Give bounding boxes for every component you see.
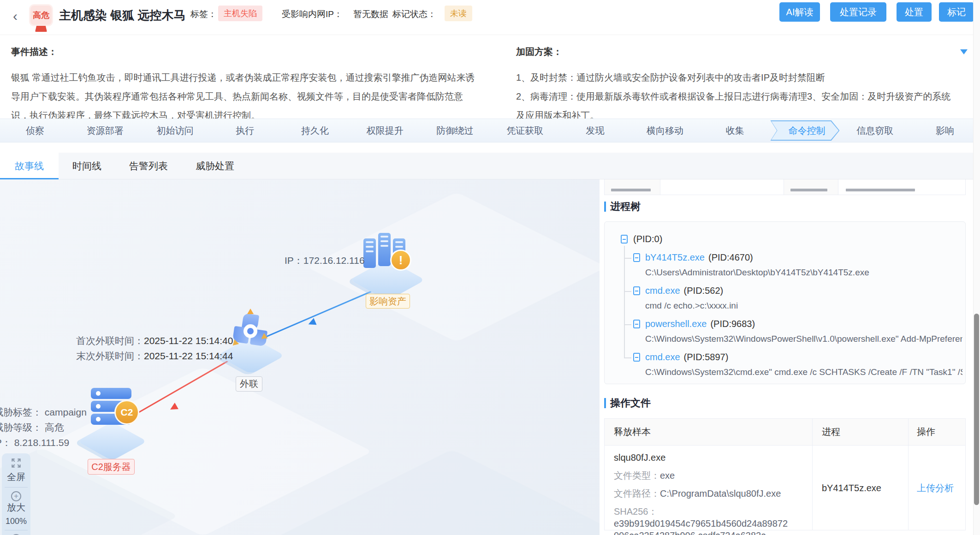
stage-execution[interactable]: 执行 xyxy=(210,125,280,137)
scrollbar-thumb[interactable] xyxy=(974,314,979,505)
hardening-plan-line: 1、及时封禁：通过防火墙或安全防护设备对列表中的攻击者IP及时封禁阻断 xyxy=(516,68,959,87)
event-description-section: 事件描述： 银狐 常通过社工钓鱼攻击，即时通讯工具进行投递，或者伪装成正常程序安… xyxy=(0,36,980,117)
stage-lateral[interactable]: 横向移动 xyxy=(630,125,700,137)
server-icon xyxy=(91,388,131,399)
stage-persistence[interactable]: 持久化 xyxy=(280,125,350,137)
collapse-icon[interactable] xyxy=(960,49,968,54)
stage-discovery[interactable]: 发现 xyxy=(560,125,630,137)
c2-coin-icon: C2 xyxy=(114,400,139,425)
process-tree-panel: (PID:0) bY414T5z.exe(PID:4670) C:\Users\… xyxy=(604,221,966,384)
severity-stamp: 高危 xyxy=(30,6,52,25)
process-tree-title: 进程树 xyxy=(604,200,641,214)
upload-analyze-link[interactable]: 上传分析 xyxy=(917,482,954,494)
stage-collection[interactable]: 收集 xyxy=(700,125,770,137)
sha256: SHA256：e39b919d019454c79651b4560d24a8987… xyxy=(614,505,803,535)
outbound-node-label[interactable]: 外联 xyxy=(236,376,262,392)
process-cmdline: C:\Windows\System32\WindowsPowerShell\v1… xyxy=(645,334,962,344)
graph-controls: 全屏 + 放大 100% − xyxy=(2,453,30,535)
sample-name: slqu80fJ.exe xyxy=(614,452,803,464)
event-description-title: 事件描述： xyxy=(11,46,477,58)
severity-stamp-tail-icon xyxy=(35,26,47,32)
event-description-body: 银狐 常通过社工钓鱼攻击，即时通讯工具进行投递，或者伪装成正常程序安装包，通过搜… xyxy=(11,68,477,125)
ai-analyze-button[interactable]: AI解读 xyxy=(779,2,820,22)
row-process: bY414T5z.exe xyxy=(812,446,908,530)
stage-initial-access[interactable]: 初始访问 xyxy=(140,125,210,137)
stage-resource[interactable]: 资源部署 xyxy=(70,125,140,137)
pinwheel-icon xyxy=(233,314,267,348)
attack-graph-canvas[interactable]: ! 影响资产 IP：172.16.12.116 外联 首次外联时间：2025-1… xyxy=(0,179,600,535)
stage-command-control-active[interactable]: 命令控制 xyxy=(770,120,839,141)
tab-storyline[interactable]: 故事线 xyxy=(0,153,59,179)
threat-level-text: 威胁等级： 高危 xyxy=(0,421,64,434)
mark-status-badge: 未读 xyxy=(445,6,472,21)
arrowhead-blue-icon xyxy=(307,318,316,327)
operation-files-table: 释放样本 进程 操作 slqu80fJ.exe 文件类型：exe 文件路径：C:… xyxy=(604,418,966,530)
tab-bar: 故事线 时间线 告警列表 威胁处置 xyxy=(0,153,980,179)
file-icon xyxy=(633,253,640,262)
fullscreen-icon[interactable] xyxy=(2,457,30,471)
incident-detail-page: ‹ 高危 主机感染 银狐 远控木马 标签： 主机失陷 受影响内网IP： 暂无数据… xyxy=(0,0,980,535)
process-root: (PID:0) xyxy=(633,234,662,244)
tab-timeline[interactable]: 时间线 xyxy=(59,153,115,179)
threat-tag-text: 威胁标签： campaign xyxy=(0,406,87,419)
stage-privilege[interactable]: 权限提升 xyxy=(350,125,420,137)
col-action: 操作 xyxy=(908,419,965,445)
hardening-plan-title: 加固方案： xyxy=(516,46,959,58)
tab-threat-handle[interactable]: 威胁处置 xyxy=(182,153,248,179)
process-node[interactable]: bY414T5z.exe(PID:4670) xyxy=(645,252,753,263)
stage-impact[interactable]: 影响 xyxy=(910,125,980,137)
killchain-bar: 侦察 资源部署 初始访问 执行 持久化 权限提升 防御绕过 凭证获取 发现 横向… xyxy=(0,119,980,143)
detail-panel: 进程树 (PID:0) bY414T5z.exe(PID:4670) C:\Us… xyxy=(600,179,973,535)
edge-asset-to-outbound xyxy=(254,285,385,343)
process-cmdline: C:\Windows\System32\cmd.exe" cmd.exe /c … xyxy=(645,367,962,377)
tag-badge: 主机失陷 xyxy=(218,6,262,21)
detail-kv-row-partial xyxy=(604,179,966,195)
handle-button[interactable]: 处置 xyxy=(897,2,932,22)
process-node[interactable]: cmd.exe(PID:562) xyxy=(645,285,723,296)
stage-defense-evasion[interactable]: 防御绕过 xyxy=(420,125,490,137)
process-cmdline: cmd /c echo.>c:\xxxx.ini xyxy=(645,301,962,311)
process-cmdline: C:\Users\Administrator\Desktop\bY414T5z\… xyxy=(645,268,962,278)
table-row: slqu80fJ.exe 文件类型：exe 文件路径：C:\ProgramDat… xyxy=(605,446,965,530)
operation-files-title: 操作文件 xyxy=(604,396,651,410)
c2-ip-text: IP： 8.218.111.59 xyxy=(0,436,69,449)
file-icon xyxy=(621,235,628,244)
first-outbound-time: 首次外联时间：2025-11-22 15:14:40 xyxy=(76,334,233,347)
back-icon[interactable]: ‹ xyxy=(13,9,18,23)
c2-node-label[interactable]: C2服务器 xyxy=(88,459,135,475)
fullscreen-label[interactable]: 全屏 xyxy=(2,471,30,483)
asset-ip-text: IP：172.16.12.116 xyxy=(285,254,365,267)
zoom-level: 100% xyxy=(2,517,30,526)
table-header-row: 释放样本 进程 操作 xyxy=(605,419,965,446)
file-icon xyxy=(633,286,640,295)
mark-status-label: 标记状态： xyxy=(392,8,436,20)
process-node[interactable]: powershell.exe(PID:9683) xyxy=(645,319,755,329)
stage-exfiltration[interactable]: 信息窃取 xyxy=(840,125,910,137)
asset-node-label[interactable]: 影响资产 xyxy=(366,294,410,309)
server-icon xyxy=(363,238,376,268)
server-icon xyxy=(378,233,391,266)
col-sample: 释放样本 xyxy=(605,426,812,438)
process-node[interactable]: cmd.exe(PID:5897) xyxy=(645,352,728,363)
stage-credential[interactable]: 凭证获取 xyxy=(490,125,560,137)
warning-icon: ! xyxy=(390,250,411,271)
top-bar: ‹ 高危 主机感染 银狐 远控木马 标签： 主机失陷 受影响内网IP： 暂无数据… xyxy=(0,0,980,35)
affected-ip-value: 暂无数据 xyxy=(353,8,388,20)
file-icon xyxy=(633,353,640,362)
last-outbound-time: 末次外联时间：2025-11-22 15:14:44 xyxy=(76,350,233,363)
tag-label: 标签： xyxy=(190,8,217,20)
file-icon xyxy=(633,320,640,328)
col-process: 进程 xyxy=(812,419,908,445)
zoom-in-icon[interactable]: + xyxy=(11,491,21,501)
affected-ip-label: 受影响内网IP： xyxy=(282,8,343,20)
stage-recon[interactable]: 侦察 xyxy=(0,125,70,137)
handle-record-button[interactable]: 处置记录 xyxy=(830,2,886,22)
file-path: 文件路径：C:\ProgramData\slqu80fJ.exe xyxy=(614,487,803,499)
page-title: 主机感染 银狐 远控木马 xyxy=(59,7,185,24)
zoom-in-label[interactable]: 放大 xyxy=(2,501,30,514)
mark-button[interactable]: 标记 xyxy=(939,2,974,22)
file-type: 文件类型：exe xyxy=(614,470,803,482)
tab-alert-list[interactable]: 告警列表 xyxy=(115,153,182,179)
